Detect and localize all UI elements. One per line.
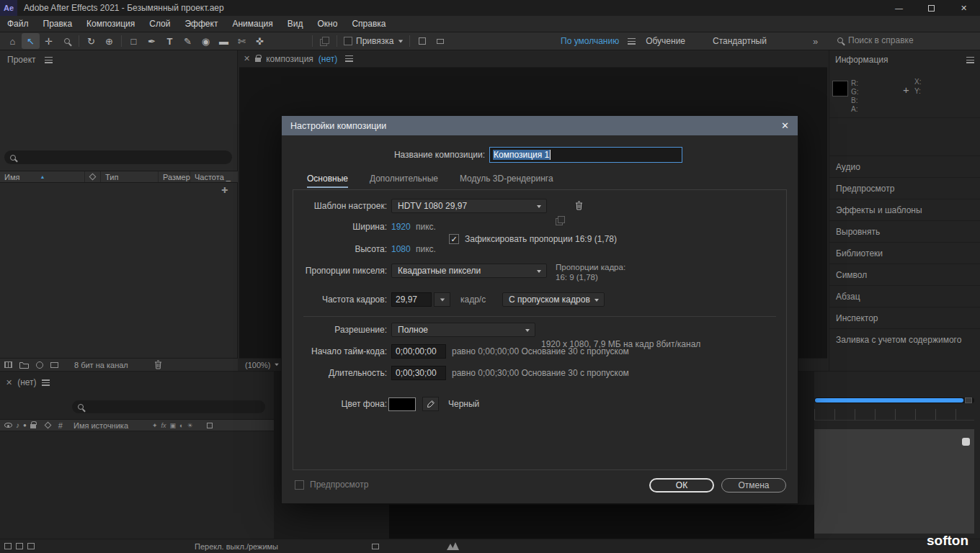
- framerate-dropdown-button[interactable]: [434, 292, 450, 307]
- project-settings-icon[interactable]: [36, 361, 43, 369]
- composition-panel-menu-icon[interactable]: [345, 55, 353, 62]
- tab-close-icon[interactable]: ✕: [6, 378, 12, 387]
- source-name-column[interactable]: Имя источника: [74, 421, 128, 430]
- lock-icon[interactable]: [255, 58, 261, 62]
- preview-checkbox[interactable]: [295, 480, 304, 490]
- type-tool-icon[interactable]: T: [161, 33, 179, 49]
- video-visibility-icon[interactable]: [4, 423, 12, 428]
- snap-caret-icon[interactable]: [398, 40, 403, 42]
- bit-depth-label[interactable]: 8 бит на канал: [74, 361, 128, 369]
- roto-brush-tool-icon[interactable]: ✄: [233, 33, 251, 49]
- info-panel-menu-icon[interactable]: [966, 57, 974, 63]
- workspace-overflow-chevron[interactable]: »: [813, 36, 818, 47]
- close-button[interactable]: ✕: [948, 0, 980, 16]
- menu-item-animation[interactable]: Анимация: [225, 16, 280, 32]
- tab-advanced[interactable]: Дополнительные: [370, 174, 438, 188]
- column-type[interactable]: Тип: [101, 171, 159, 182]
- resolution-dropdown[interactable]: Полное: [391, 323, 535, 337]
- cancel-button[interactable]: Отмена: [721, 478, 786, 493]
- preview-toggle[interactable]: Предпросмотр: [295, 480, 368, 490]
- expand-inout-icon[interactable]: [27, 543, 35, 549]
- new-folder-icon[interactable]: [19, 361, 29, 369]
- brush-tool-icon[interactable]: ✎: [179, 33, 197, 49]
- clone-stamp-tool-icon[interactable]: ◉: [197, 33, 215, 49]
- preset-dropdown[interactable]: HDTV 1080 29,97: [391, 199, 547, 213]
- toggle-switches-label[interactable]: Перекл. выкл./режимы: [195, 542, 278, 551]
- column-options-icon[interactable]: [207, 423, 213, 428]
- motion-blur-toggle-icon[interactable]: ▣: [170, 422, 177, 429]
- thumbnail-view-icon[interactable]: [4, 361, 12, 368]
- zoom-out-icon[interactable]: [372, 544, 379, 549]
- home-tool-icon[interactable]: ⌂: [4, 33, 22, 49]
- info-panel-header[interactable]: Информация: [829, 50, 980, 69]
- sidebar-panel-character[interactable]: Символ: [829, 264, 980, 285]
- adjustment-toggle-icon[interactable]: ◐: [179, 422, 183, 429]
- sidebar-panel-libraries[interactable]: Библиотеки: [829, 242, 980, 264]
- zoom-in-mountain-icon[interactable]: [447, 542, 460, 550]
- navigator-handle[interactable]: [965, 397, 972, 403]
- orbit-camera-tool-icon[interactable]: ↻: [82, 33, 100, 49]
- pixel-aspect-dropdown[interactable]: Квадратные пиксели: [391, 264, 547, 278]
- duration-input[interactable]: 0;00;30;00: [391, 366, 446, 380]
- fx-toggle-icon[interactable]: fx: [161, 422, 166, 429]
- puppet-pin-tool-icon[interactable]: ✜: [251, 33, 269, 49]
- timeline-search-input[interactable]: [72, 400, 265, 413]
- dialog-title-bar[interactable]: Настройки композиции ✕: [282, 116, 798, 135]
- trash-icon[interactable]: [154, 360, 162, 369]
- workspace-tab-standard[interactable]: Стандартный: [713, 36, 767, 46]
- pen-tool-icon[interactable]: ✒: [143, 33, 161, 49]
- zoom-level-dropdown[interactable]: (100%): [245, 361, 270, 369]
- width-value[interactable]: 1920: [391, 221, 411, 233]
- bg-color-swatch[interactable]: [388, 397, 416, 411]
- composition-name-input[interactable]: Композиция 1: [489, 147, 682, 163]
- menu-item-file[interactable]: Файл: [0, 16, 36, 32]
- levels-icon[interactable]: [50, 362, 58, 368]
- layer-number-column[interactable]: #: [58, 421, 63, 430]
- composition-tab-label[interactable]: композиция: [266, 54, 313, 64]
- project-search-input[interactable]: [4, 150, 232, 164]
- sidebar-panel-inspector[interactable]: Инспектор: [829, 307, 980, 328]
- lock-column-icon[interactable]: [30, 424, 36, 428]
- menu-item-edit[interactable]: Правка: [36, 16, 80, 32]
- app-icon[interactable]: Ae: [0, 0, 17, 16]
- workspace-tab-learn[interactable]: Обучение: [646, 36, 685, 46]
- selection-tool-icon[interactable]: ↖: [22, 33, 40, 49]
- sidebar-panel-preview[interactable]: Предпросмотр: [829, 177, 980, 199]
- tab-close-icon[interactable]: ✕: [244, 54, 250, 63]
- column-label-color[interactable]: [85, 171, 101, 182]
- column-rate[interactable]: Частота _: [190, 171, 238, 182]
- timeline-navigator-track[interactable]: [814, 397, 974, 403]
- snap-checkbox[interactable]: [344, 37, 352, 45]
- mask-feather-tool-icon[interactable]: [316, 33, 334, 49]
- help-search[interactable]: Поиск в справке: [837, 35, 914, 45]
- eyedropper-button[interactable]: [422, 397, 439, 411]
- delete-preset-icon[interactable]: [575, 201, 583, 210]
- eraser-tool-icon[interactable]: ▬: [215, 33, 233, 49]
- sidebar-panel-align[interactable]: Выровнять: [829, 220, 980, 242]
- sort-ascending-icon[interactable]: ▲: [40, 174, 45, 179]
- timecode-start-input[interactable]: 0;00;00;00: [391, 344, 446, 359]
- menu-item-help[interactable]: Справка: [344, 16, 393, 32]
- menu-item-view[interactable]: Вид: [280, 16, 311, 32]
- zoom-tool-icon[interactable]: [58, 33, 76, 49]
- project-panel-menu-icon[interactable]: [45, 57, 53, 63]
- expand-layer-icon[interactable]: [16, 543, 23, 549]
- minimize-button[interactable]: —: [883, 0, 915, 16]
- project-panel-header[interactable]: Проект: [0, 50, 237, 69]
- rectangle-tool-icon[interactable]: □: [125, 33, 143, 49]
- menu-item-layer[interactable]: Слой: [142, 16, 177, 32]
- menu-item-window[interactable]: Окно: [310, 16, 344, 32]
- camera-tool-icon[interactable]: ⊕: [100, 33, 118, 49]
- timeline-navigator-bar[interactable]: [815, 398, 963, 403]
- label-column-icon[interactable]: [44, 422, 51, 429]
- expand-transfer-icon[interactable]: [4, 543, 12, 549]
- ok-button[interactable]: ОК: [649, 478, 714, 493]
- 3d-toggle-icon[interactable]: ☀: [187, 422, 193, 429]
- column-size[interactable]: Размер: [159, 171, 190, 182]
- pan-hand-icon[interactable]: [962, 438, 970, 446]
- dropframe-dropdown[interactable]: С пропуском кадров: [502, 292, 605, 307]
- framerate-input[interactable]: 29,97: [391, 292, 432, 307]
- menu-item-effect[interactable]: Эффект: [177, 16, 225, 32]
- grid-options-icon[interactable]: [413, 33, 431, 49]
- timeline-tab[interactable]: ✕ (нет): [6, 377, 50, 387]
